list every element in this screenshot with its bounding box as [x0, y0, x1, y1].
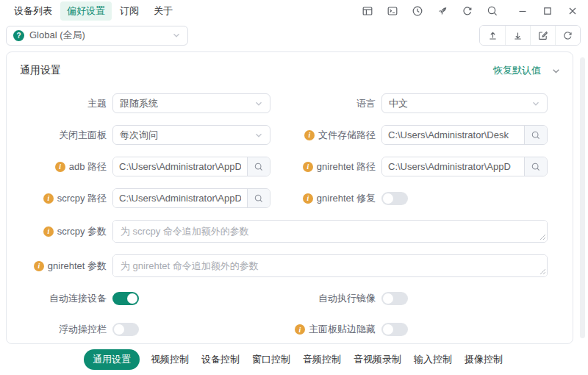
search-icon[interactable] — [487, 5, 498, 17]
category-tabbar: 通用设置 视频控制 设备控制 窗口控制 音频控制 音视频录制 输入控制 摄像控制 — [0, 344, 588, 375]
browse-adb-path-button[interactable] — [247, 157, 270, 176]
chevron-down-icon — [254, 99, 263, 108]
window-controls — [517, 6, 578, 16]
vertical-scrollbar[interactable] — [580, 57, 585, 338]
scrcpy-path-label: i scrcpy 路径 — [14, 188, 107, 208]
menu-item-device-list[interactable]: 设备列表 — [7, 1, 59, 21]
chevron-down-icon — [531, 99, 540, 108]
minimize-button[interactable] — [517, 6, 528, 16]
edge-hide-toggle[interactable] — [381, 323, 408, 336]
preferences-card: 通用设置 恢复默认值 主题 跟随系统 语言 中文 — [6, 51, 573, 344]
edit-button[interactable] — [530, 26, 555, 45]
edge-hide-label: i 主面板贴边隐藏 — [270, 323, 376, 336]
tab-window-control[interactable]: 窗口控制 — [251, 349, 292, 370]
theme-select[interactable]: 跟随系统 — [112, 93, 270, 113]
adb-path-input[interactable] — [113, 157, 247, 176]
scope-select-value: Global (全局) — [29, 29, 172, 42]
chevron-down-icon — [172, 31, 181, 40]
maximize-button[interactable] — [542, 6, 553, 16]
resize-grip-icon[interactable] — [539, 268, 546, 275]
float-bar-toggle[interactable] — [112, 323, 139, 336]
tab-device-control[interactable]: 设备控制 — [200, 349, 241, 370]
file-path-input[interactable] — [382, 126, 524, 144]
clock-icon[interactable] — [412, 5, 423, 17]
collapse-chevron-icon[interactable] — [551, 66, 561, 76]
close-button[interactable] — [567, 6, 578, 16]
info-icon: i — [34, 261, 44, 271]
rocket-icon[interactable] — [437, 5, 448, 17]
layout-icon[interactable] — [362, 5, 373, 17]
language-label: 语言 — [270, 93, 376, 113]
settings-form: 主题 跟随系统 语言 中文 — [7, 77, 573, 336]
auto-connect-label: 自动连接设备 — [14, 292, 107, 305]
tab-input-control[interactable]: 输入控制 — [412, 349, 453, 370]
info-icon: i — [304, 130, 315, 140]
titlebar: 设备列表 偏好设置 订阅 关于 — [0, 0, 588, 22]
gnirehtet-fix-toggle[interactable] — [381, 192, 408, 205]
restore-defaults-link[interactable]: 恢复默认值 — [493, 64, 541, 77]
export-download-button[interactable] — [505, 26, 530, 45]
browse-gnirehtet-path-button[interactable] — [524, 157, 547, 176]
info-icon: i — [43, 226, 54, 237]
tab-av-record[interactable]: 音视频录制 — [352, 349, 403, 370]
refresh-icon[interactable] — [462, 5, 473, 17]
close-panel-select[interactable]: 每次询问 — [112, 125, 270, 145]
scrcpy-args-label: i scrcpy 参数 — [14, 220, 107, 243]
info-icon: i — [43, 193, 54, 204]
gnirehtet-args-textarea[interactable] — [112, 254, 548, 277]
question-icon: ? — [13, 30, 24, 41]
scope-toolbar: ? Global (全局) — [0, 22, 588, 49]
language-select[interactable]: 中文 — [381, 93, 548, 113]
auto-connect-toggle[interactable] — [112, 292, 139, 305]
import-upload-button[interactable] — [480, 26, 505, 45]
menu-item-preferences[interactable]: 偏好设置 — [60, 1, 112, 21]
browse-file-path-button[interactable] — [524, 126, 547, 144]
menu-item-about[interactable]: 关于 — [147, 1, 179, 21]
gnirehtet-path-input[interactable] — [382, 157, 524, 176]
scrcpy-path-input[interactable] — [113, 189, 247, 207]
close-panel-label: 关闭主面板 — [14, 125, 107, 145]
float-bar-label: 浮动操控栏 — [14, 323, 107, 336]
gnirehtet-fix-label: i gnirehtet 修复 — [270, 188, 376, 208]
resize-grip-icon[interactable] — [539, 234, 546, 240]
file-path-label: i 文件存储路径 — [270, 125, 376, 145]
terminal-icon[interactable] — [387, 5, 398, 17]
reload-button[interactable] — [555, 26, 580, 45]
section-header: 通用设置 恢复默认值 — [7, 52, 573, 77]
auto-mirror-label: 自动执行镜像 — [270, 292, 376, 305]
config-actions — [479, 25, 581, 46]
info-icon: i — [303, 162, 313, 172]
gnirehtet-args-label: i gnirehtet 参数 — [14, 254, 107, 277]
titlebar-action-icons — [362, 5, 498, 17]
auto-mirror-toggle[interactable] — [381, 292, 408, 305]
info-icon: i — [55, 162, 65, 172]
scope-select[interactable]: ? Global (全局) — [6, 26, 188, 46]
tab-general-settings[interactable]: 通用设置 — [84, 349, 140, 370]
menu-item-subscribe[interactable]: 订阅 — [113, 1, 146, 21]
theme-label: 主题 — [14, 93, 107, 113]
tab-camera-control[interactable]: 摄像控制 — [463, 349, 504, 370]
info-icon: i — [295, 324, 305, 335]
browse-scrcpy-path-button[interactable] — [247, 189, 270, 207]
chevron-down-icon — [254, 131, 263, 140]
info-icon: i — [303, 193, 313, 204]
section-title: 通用设置 — [20, 64, 61, 77]
tab-video-control[interactable]: 视频控制 — [149, 349, 190, 370]
gnirehtet-path-label: i gnirehtet 路径 — [270, 157, 376, 176]
adb-path-label: i adb 路径 — [14, 157, 107, 176]
scrcpy-args-textarea[interactable] — [112, 220, 548, 243]
tab-audio-control[interactable]: 音频控制 — [301, 349, 343, 370]
